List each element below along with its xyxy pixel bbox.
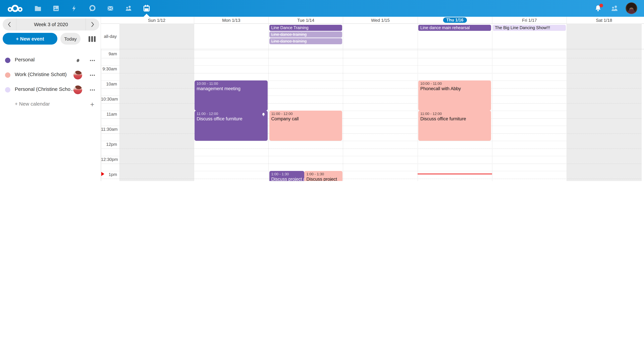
event-discuss-office-furniture[interactable]: 11:00 - 12:00Discuss office furniture — [195, 111, 268, 141]
header-contacts-menu-button[interactable] — [607, 0, 622, 17]
nextcloud-logo-icon — [8, 4, 23, 13]
grid-line-30min — [101, 111, 641, 111]
week-view-switcher-button[interactable] — [88, 35, 96, 43]
calendar-list-item-1[interactable]: Personal — [0, 53, 100, 68]
grid-line-30min — [101, 95, 641, 96]
divider — [641, 23, 642, 49]
calendar-actions-menu-button[interactable] — [89, 72, 95, 78]
event-time: 1:00 - 1:30 — [271, 172, 302, 177]
day-header-wed[interactable]: Wed 1/15 — [343, 17, 418, 23]
calendar-list-item-2[interactable]: Work (Christine Schott) — [0, 68, 100, 82]
divider — [492, 17, 492, 23]
divider — [418, 17, 418, 23]
grid-line-15min — [101, 103, 641, 103]
event-time: 10:00 - 11:00 — [197, 81, 266, 86]
event-management-meeting[interactable]: 10:00 - 11:00management meeting — [195, 80, 268, 111]
app-icon-files[interactable] — [30, 0, 46, 17]
day-header-tue[interactable]: Tue 1/14 — [268, 17, 343, 23]
calendar-color-dot — [5, 58, 10, 63]
divider — [194, 49, 194, 181]
calendar-actions-menu-button[interactable] — [89, 87, 95, 93]
allday-event[interactable]: Line dance training — [269, 31, 342, 37]
app-icon-contacts[interactable] — [120, 0, 137, 17]
grid-line-30min — [101, 141, 641, 141]
grid-line-30min — [101, 171, 641, 171]
user-avatar[interactable] — [626, 2, 637, 14]
mail-icon — [107, 5, 114, 12]
divider — [268, 17, 269, 23]
divider — [418, 23, 418, 49]
divider — [418, 49, 418, 181]
calendar-actions-menu-button[interactable] — [89, 57, 95, 63]
day-header-thu[interactable]: Thu 1/16 — [418, 17, 492, 23]
app-icon-mail[interactable] — [102, 0, 119, 17]
event-title: Discuss project announcement — [306, 177, 340, 181]
event-discuss-project-announcement[interactable]: 1:00 - 1:30Discuss project announcement — [304, 171, 342, 181]
day-header-fri[interactable]: Fri 1/17 — [492, 17, 567, 23]
chevron-left-icon — [8, 21, 12, 27]
allday-section: all-day Line Dance TrainingLine dance tr… — [101, 23, 644, 49]
day-header-row: Sun 1/12Mon 1/13Tue 1/14Wed 1/15Thu 1/16… — [101, 17, 644, 24]
calendar-color-dot — [5, 72, 10, 78]
day-header-sat[interactable]: Sat 1/18 — [567, 17, 641, 23]
grid-line-15min — [101, 133, 641, 134]
calendar-list-item-3[interactable]: Personal (Christine Scho… — [0, 82, 100, 97]
grid-line-15min — [101, 73, 641, 73]
time-grid: 9am9:30am10am10:30am11am11:30am12pm12:30… — [101, 49, 644, 181]
allday-event[interactable]: The Big Line Dancing Show!!! — [493, 25, 566, 31]
time-axis-label: 11:30am — [101, 127, 117, 132]
view-columns-icon — [94, 36, 96, 42]
event-discuss-project-announcement[interactable]: 1:00 - 1:30Discuss project announcement — [269, 171, 304, 181]
day-header-sun[interactable]: Sun 1/12 — [120, 17, 194, 23]
current-time-arrow-icon — [101, 172, 104, 176]
view-columns-icon — [88, 36, 90, 42]
event-phonecall-with-abby[interactable]: 10:00 - 11:00Phonecall with Abby — [418, 80, 491, 111]
share-link-button[interactable] — [75, 57, 81, 63]
divider — [119, 23, 120, 49]
event-title: management meeting — [197, 86, 266, 92]
previous-week-button[interactable] — [3, 18, 16, 30]
notifications-bell-button[interactable] — [591, 0, 606, 17]
event-title: Discuss office furniture — [420, 116, 489, 122]
event-company-call[interactable]: 11:00 - 12:00Company call — [269, 111, 342, 141]
divider — [343, 17, 343, 23]
today-button[interactable]: Today — [60, 33, 80, 44]
app-icon-activity[interactable] — [66, 0, 82, 17]
time-axis-label: 10:30am — [101, 96, 117, 102]
event-discuss-office-furniture[interactable]: 11:00 - 12:00Discuss office furniture — [418, 111, 491, 141]
grid-line-30min — [101, 50, 641, 51]
calendar-color-dot — [5, 87, 10, 92]
calendar-icon — [142, 4, 150, 12]
allday-event[interactable]: Line dance main rehearsal — [418, 25, 491, 31]
calendar-name: Work (Christine Schott) — [15, 71, 67, 77]
week-label[interactable]: Week 3 of 2020 — [16, 18, 86, 30]
time-axis-label: 9:30am — [101, 66, 117, 71]
allday-event[interactable]: Line Dance Training — [269, 25, 342, 31]
divider — [641, 49, 642, 181]
calendar-name: Personal — [15, 57, 34, 62]
nextcloud-logo[interactable] — [5, 0, 25, 17]
divider — [86, 18, 86, 30]
divider — [194, 23, 194, 49]
nextcloud-calendar-app: Week 3 of 2020 + New event Today Persona… — [0, 0, 644, 181]
day-header-mon[interactable]: Mon 1/13 — [194, 17, 269, 23]
new-event-button[interactable]: + New event — [3, 33, 57, 44]
event-title: Discuss project announcement — [271, 177, 302, 181]
active-app-indicator — [144, 14, 150, 17]
allday-event[interactable]: Line dance training — [269, 38, 342, 44]
grid-line-15min — [101, 58, 641, 58]
next-week-button[interactable] — [86, 18, 99, 30]
new-calendar-button[interactable]: + New calendar+ — [0, 97, 100, 112]
app-icon-talk[interactable] — [84, 0, 100, 17]
lightning-icon — [70, 5, 78, 12]
event-time: 11:00 - 12:00 — [197, 111, 266, 116]
event-title: Discuss office furniture — [197, 116, 266, 122]
time-axis-label: 12pm — [101, 142, 117, 147]
new-calendar-label: + New calendar — [15, 101, 50, 107]
allday-label: all-day — [101, 23, 117, 49]
divider — [119, 49, 120, 181]
grid-line-15min — [101, 118, 641, 118]
app-icon-photos[interactable] — [48, 0, 64, 17]
divider — [343, 49, 343, 181]
talk-bubble-icon — [88, 4, 96, 12]
